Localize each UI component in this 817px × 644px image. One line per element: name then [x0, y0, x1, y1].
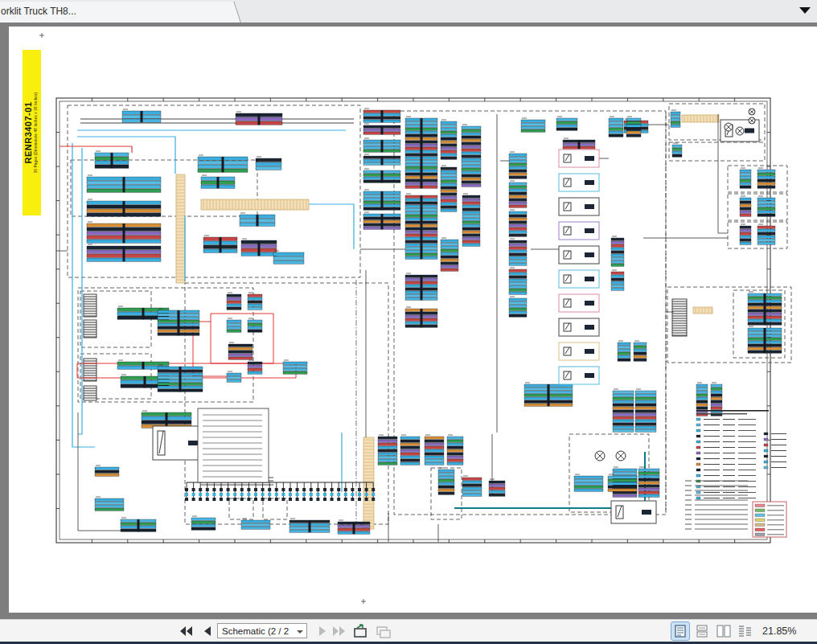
last-page-icon: [332, 626, 345, 636]
first-page-icon: [180, 626, 193, 636]
layout-continuous-facing-button[interactable]: [736, 622, 753, 640]
next-page-button[interactable]: [314, 622, 331, 640]
zoom-level: 21.85%: [762, 626, 796, 637]
tab-list-arrow-icon[interactable]: [799, 7, 811, 14]
page-select-caret-icon: [297, 630, 303, 634]
page-select-label: Schematic (2 / 2: [222, 626, 289, 636]
tab-title: orklit Truck TH8...: [1, 6, 76, 17]
layout-continuous-icon: [696, 625, 708, 638]
previous-view-icon: [352, 624, 368, 638]
layout-facing-icon: [716, 625, 731, 638]
spine-subtitle: 36 Pages (Dimensions 48 Inches x 36 Inch…: [32, 50, 40, 215]
first-page-button[interactable]: [178, 622, 195, 640]
pdf-page: RENR3407-01 36 Pages (Dimensions 48 Inch…: [9, 27, 817, 613]
tab-bar: orklit Truck TH8...: [0, 0, 817, 23]
next-page-icon: [318, 626, 326, 636]
last-page-button[interactable]: [330, 622, 347, 640]
previous-view-button[interactable]: [351, 622, 369, 640]
layout-continuous-button[interactable]: [693, 622, 711, 640]
layout-continuous-facing-icon: [737, 625, 752, 638]
layout-single-button[interactable]: [671, 622, 689, 640]
layout-facing-button[interactable]: [715, 622, 733, 640]
bottom-toolbar: Schematic (2 / 2: [0, 619, 817, 642]
page-select[interactable]: Schematic (2 / 2: [217, 623, 307, 638]
spine-code: RENR3407-01: [24, 50, 32, 215]
viewer-canvas[interactable]: RENR3407-01 36 Pages (Dimensions 48 Inch…: [0, 23, 817, 619]
prev-page-button[interactable]: [199, 622, 216, 640]
next-view-button[interactable]: [375, 622, 392, 640]
next-view-icon: [376, 624, 392, 638]
layout-single-icon: [675, 625, 686, 638]
doc-spine-label: RENR3407-01 36 Pages (Dimensions 48 Inch…: [23, 50, 41, 215]
prev-page-icon: [203, 626, 211, 636]
